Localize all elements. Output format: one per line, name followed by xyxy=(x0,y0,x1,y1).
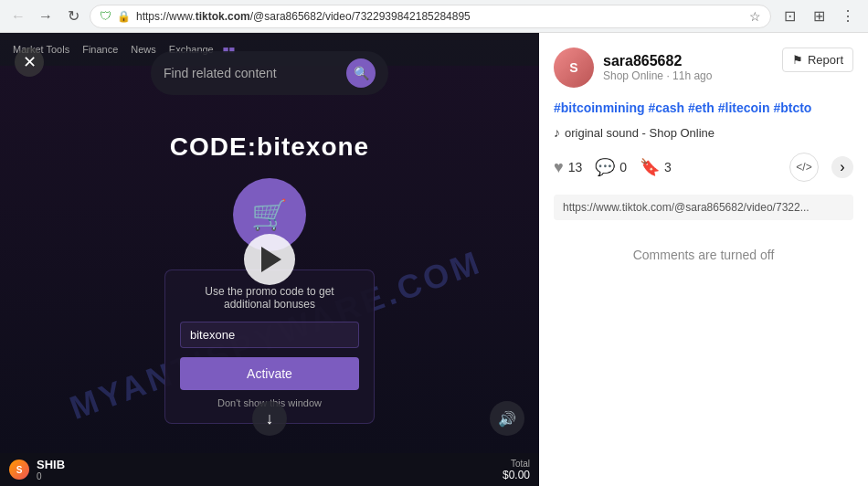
comments-stat[interactable]: 💬 0 xyxy=(595,157,627,177)
promo-heading: CODE:bitexone xyxy=(170,132,369,162)
bookmarks-stat[interactable]: 🔖 3 xyxy=(640,157,672,177)
report-label: Report xyxy=(808,53,843,67)
promo-code-input[interactable]: bitexone xyxy=(180,322,359,348)
comments-off: Comments are turned off xyxy=(554,248,853,262)
back-button[interactable]: ← xyxy=(7,5,29,27)
comments-count: 0 xyxy=(619,160,627,174)
main-content: ✕ Find related content 🔍 Market Tools Fi… xyxy=(0,33,868,486)
embed-button[interactable]: </> xyxy=(789,153,819,182)
shib-label: SHIB xyxy=(37,458,65,471)
play-button[interactable] xyxy=(244,234,295,285)
shib-icon: S xyxy=(9,460,29,480)
user-meta: Shop Online · 11h ago xyxy=(603,69,773,82)
stats-row: ♥ 13 💬 0 🔖 3 </> › xyxy=(554,153,853,182)
lock-icon: 🔒 xyxy=(117,10,131,23)
likes-stat[interactable]: ♥ 13 xyxy=(554,158,582,177)
more-button[interactable]: › xyxy=(831,156,853,178)
hashtags[interactable]: #bitcoinmining #cash #eth #litecoin #btc… xyxy=(554,99,853,118)
bookmark-button[interactable]: ⊡ xyxy=(777,4,802,29)
total-value: $0.00 xyxy=(503,469,530,481)
search-input[interactable]: Find related content xyxy=(164,66,339,80)
more-icon: › xyxy=(840,159,844,175)
avatar: S xyxy=(554,48,594,88)
embed-icon: </> xyxy=(796,161,811,174)
video-panel: ✕ Find related content 🔍 Market Tools Fi… xyxy=(0,33,539,486)
forward-button[interactable]: → xyxy=(35,5,57,27)
user-details: sara865682 Shop Online · 11h ago xyxy=(603,53,773,82)
menu-button[interactable]: ⋮ xyxy=(835,4,861,29)
sound-text: original sound - Shop Online xyxy=(565,126,715,140)
total-label: Total xyxy=(511,459,530,469)
shib-amount: 0 xyxy=(37,471,65,481)
refresh-button[interactable]: ↻ xyxy=(62,5,84,27)
report-flag-icon: ⚑ xyxy=(792,53,803,67)
play-triangle-icon xyxy=(261,247,281,272)
url-display: https://www.tiktok.com/@sara865682/video… xyxy=(554,195,853,220)
browser-chrome: ← → ↻ 🛡 🔒 https://www.tiktok.com/@sara86… xyxy=(0,0,868,33)
url-text: https://www.tiktok.com/@sara865682/video… xyxy=(136,10,744,23)
comment-icon: 💬 xyxy=(595,157,615,177)
sound-row: ♪ original sound - Shop Online xyxy=(554,125,853,140)
username[interactable]: sara865682 xyxy=(603,53,773,69)
search-bar: Find related content 🔍 xyxy=(151,51,388,95)
promo-subtitle: Use the promo code to get additional bon… xyxy=(180,285,359,311)
shield-icon: 🛡 xyxy=(100,9,111,23)
nav-finance[interactable]: Finance xyxy=(77,40,123,58)
star-icon[interactable]: ☆ xyxy=(749,9,761,24)
extensions-button[interactable]: ⊞ xyxy=(806,4,831,29)
search-icon-button[interactable]: 🔍 xyxy=(346,58,376,88)
browser-actions: ⊡ ⊞ ⋮ xyxy=(777,4,861,29)
user-info: S sara865682 Shop Online · 11h ago xyxy=(554,48,773,88)
likes-count: 13 xyxy=(568,160,583,174)
bookmark-icon: 🔖 xyxy=(640,157,660,177)
music-icon: ♪ xyxy=(554,125,560,140)
volume-button[interactable]: 🔊 xyxy=(490,401,524,436)
right-panel: S sara865682 Shop Online · 11h ago ⚑ Rep… xyxy=(539,33,868,486)
address-bar[interactable]: 🛡 🔒 https://www.tiktok.com/@sara865682/v… xyxy=(90,5,771,28)
scroll-down-button[interactable]: ↓ xyxy=(252,401,287,436)
inner-bottom-bar: S SHIB 0 Total $0.00 xyxy=(0,453,539,486)
bookmarks-count: 3 xyxy=(664,160,672,174)
heart-icon: ♥ xyxy=(554,158,564,177)
activate-button[interactable]: Activate xyxy=(180,357,359,390)
close-button[interactable]: ✕ xyxy=(15,48,44,77)
report-button[interactable]: ⚑ Report xyxy=(782,48,853,72)
search-overlay: Find related content 🔍 xyxy=(151,51,388,95)
